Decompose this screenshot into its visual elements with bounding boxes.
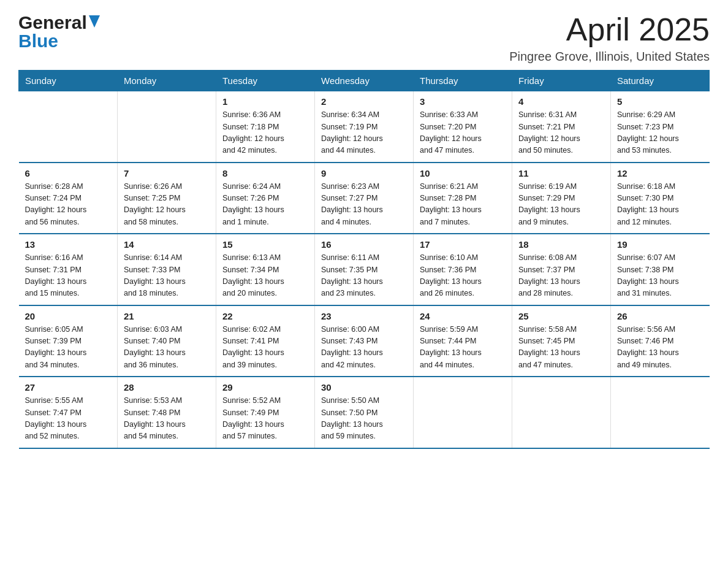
day-info: Sunrise: 6:18 AM Sunset: 7:30 PM Dayligh… [617,181,703,229]
day-number: 12 [617,168,703,178]
day-info: Sunrise: 6:07 AM Sunset: 7:38 PM Dayligh… [617,252,703,300]
day-info: Sunrise: 6:10 AM Sunset: 7:36 PM Dayligh… [420,252,506,300]
day-number: 28 [124,382,210,393]
calendar-table: SundayMondayTuesdayWednesdayThursdayFrid… [18,70,710,449]
day-info: Sunrise: 5:55 AM Sunset: 7:47 PM Dayligh… [25,395,112,443]
day-number: 24 [420,311,506,321]
page-subtitle: Pingree Grove, Illinois, United States [509,50,710,64]
day-number: 29 [222,382,308,393]
calendar-cell [611,377,710,448]
day-number: 13 [25,239,112,250]
day-info: Sunrise: 6:13 AM Sunset: 7:34 PM Dayligh… [222,252,308,300]
header-day-saturday: Saturday [611,71,710,91]
day-number: 8 [222,168,308,178]
calendar-cell: 7Sunrise: 6:26 AM Sunset: 7:25 PM Daylig… [118,163,216,234]
calendar-cell: 9Sunrise: 6:23 AM Sunset: 7:27 PM Daylig… [315,163,414,234]
day-number: 6 [25,168,112,178]
calendar-cell: 21Sunrise: 6:03 AM Sunset: 7:40 PM Dayli… [118,305,216,377]
calendar-cell: 26Sunrise: 5:56 AM Sunset: 7:46 PM Dayli… [611,305,710,377]
calendar-cell [118,91,216,163]
calendar-cell: 14Sunrise: 6:14 AM Sunset: 7:33 PM Dayli… [118,234,216,305]
day-number: 27 [25,382,112,393]
header-day-thursday: Thursday [414,71,512,91]
day-number: 23 [321,311,407,321]
calendar-cell: 1Sunrise: 6:36 AM Sunset: 7:18 PM Daylig… [216,91,315,163]
day-info: Sunrise: 6:23 AM Sunset: 7:27 PM Dayligh… [321,181,407,229]
calendar-cell: 23Sunrise: 6:00 AM Sunset: 7:43 PM Dayli… [315,305,414,377]
week-row-3: 13Sunrise: 6:16 AM Sunset: 7:31 PM Dayli… [19,234,710,305]
day-info: Sunrise: 5:58 AM Sunset: 7:45 PM Dayligh… [518,324,604,372]
day-info: Sunrise: 6:34 AM Sunset: 7:19 PM Dayligh… [321,109,407,157]
week-row-5: 27Sunrise: 5:55 AM Sunset: 7:47 PM Dayli… [19,377,710,448]
day-number: 26 [617,311,703,321]
calendar-cell: 5Sunrise: 6:29 AM Sunset: 7:23 PM Daylig… [611,91,710,163]
title-area: April 2025 Pingree Grove, Illinois, Unit… [509,12,710,64]
day-info: Sunrise: 6:28 AM Sunset: 7:24 PM Dayligh… [25,181,112,229]
day-number: 10 [420,168,506,178]
day-number: 14 [124,239,210,250]
header: General Blue April 2025 Pingree Grove, I… [18,12,710,64]
day-info: Sunrise: 5:53 AM Sunset: 7:48 PM Dayligh… [124,395,210,443]
day-info: Sunrise: 6:26 AM Sunset: 7:25 PM Dayligh… [124,181,210,229]
day-info: Sunrise: 6:33 AM Sunset: 7:20 PM Dayligh… [420,109,506,157]
calendar-cell: 24Sunrise: 5:59 AM Sunset: 7:44 PM Dayli… [414,305,512,377]
calendar-cell: 12Sunrise: 6:18 AM Sunset: 7:30 PM Dayli… [611,163,710,234]
calendar-cell: 17Sunrise: 6:10 AM Sunset: 7:36 PM Dayli… [414,234,512,305]
header-day-tuesday: Tuesday [216,71,315,91]
day-number: 25 [518,311,604,321]
day-number: 30 [321,382,407,393]
header-day-wednesday: Wednesday [315,71,414,91]
day-number: 9 [321,168,407,178]
day-number: 22 [222,311,308,321]
day-info: Sunrise: 6:00 AM Sunset: 7:43 PM Dayligh… [321,324,407,372]
header-day-monday: Monday [118,71,216,91]
day-info: Sunrise: 6:29 AM Sunset: 7:23 PM Dayligh… [617,109,703,157]
calendar-cell: 11Sunrise: 6:19 AM Sunset: 7:29 PM Dayli… [512,163,611,234]
day-info: Sunrise: 6:21 AM Sunset: 7:28 PM Dayligh… [420,181,506,229]
day-info: Sunrise: 6:14 AM Sunset: 7:33 PM Dayligh… [124,252,210,300]
page-title: April 2025 [509,12,710,47]
calendar-cell: 18Sunrise: 6:08 AM Sunset: 7:37 PM Dayli… [512,234,611,305]
calendar-header-row: SundayMondayTuesdayWednesdayThursdayFrid… [19,71,710,91]
day-number: 19 [617,239,703,250]
day-info: Sunrise: 5:56 AM Sunset: 7:46 PM Dayligh… [617,324,703,372]
logo-blue-text: Blue [18,31,58,51]
calendar-cell: 22Sunrise: 6:02 AM Sunset: 7:41 PM Dayli… [216,305,315,377]
day-info: Sunrise: 6:31 AM Sunset: 7:21 PM Dayligh… [518,109,604,157]
calendar-cell: 6Sunrise: 6:28 AM Sunset: 7:24 PM Daylig… [19,163,118,234]
day-number: 21 [124,311,210,321]
calendar-cell: 13Sunrise: 6:16 AM Sunset: 7:31 PM Dayli… [19,234,118,305]
day-number: 4 [518,96,604,107]
day-info: Sunrise: 6:08 AM Sunset: 7:37 PM Dayligh… [518,252,604,300]
calendar-cell [414,377,512,448]
day-info: Sunrise: 5:50 AM Sunset: 7:50 PM Dayligh… [321,395,407,443]
day-number: 20 [25,311,112,321]
calendar-cell: 20Sunrise: 6:05 AM Sunset: 7:39 PM Dayli… [19,305,118,377]
calendar-cell: 25Sunrise: 5:58 AM Sunset: 7:45 PM Dayli… [512,305,611,377]
day-number: 17 [420,239,506,250]
day-info: Sunrise: 6:36 AM Sunset: 7:18 PM Dayligh… [222,109,308,157]
calendar-cell: 4Sunrise: 6:31 AM Sunset: 7:21 PM Daylig… [512,91,611,163]
calendar-cell: 2Sunrise: 6:34 AM Sunset: 7:19 PM Daylig… [315,91,414,163]
day-number: 2 [321,96,407,107]
calendar-cell: 30Sunrise: 5:50 AM Sunset: 7:50 PM Dayli… [315,377,414,448]
calendar-cell: 27Sunrise: 5:55 AM Sunset: 7:47 PM Dayli… [19,377,118,448]
week-row-2: 6Sunrise: 6:28 AM Sunset: 7:24 PM Daylig… [19,163,710,234]
logo-general-text: General [18,12,87,33]
calendar-cell [19,91,118,163]
day-info: Sunrise: 6:02 AM Sunset: 7:41 PM Dayligh… [222,324,308,372]
day-info: Sunrise: 6:11 AM Sunset: 7:35 PM Dayligh… [321,252,407,300]
day-info: Sunrise: 5:59 AM Sunset: 7:44 PM Dayligh… [420,324,506,372]
day-number: 7 [124,168,210,178]
calendar-cell: 3Sunrise: 6:33 AM Sunset: 7:20 PM Daylig… [414,91,512,163]
calendar-cell: 19Sunrise: 6:07 AM Sunset: 7:38 PM Dayli… [611,234,710,305]
calendar-cell: 15Sunrise: 6:13 AM Sunset: 7:34 PM Dayli… [216,234,315,305]
logo: General Blue [18,12,100,52]
calendar-cell [512,377,611,448]
calendar-cell: 10Sunrise: 6:21 AM Sunset: 7:28 PM Dayli… [414,163,512,234]
day-number: 5 [617,96,703,107]
week-row-1: 1Sunrise: 6:36 AM Sunset: 7:18 PM Daylig… [19,91,710,163]
day-number: 16 [321,239,407,250]
day-info: Sunrise: 6:03 AM Sunset: 7:40 PM Dayligh… [124,324,210,372]
day-number: 11 [518,168,604,178]
